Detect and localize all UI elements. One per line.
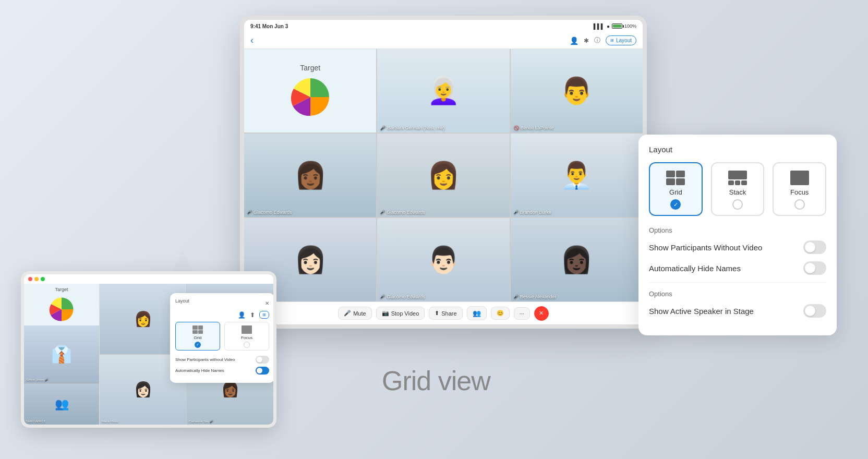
avatar-barbara: 👩‍🦳	[377, 49, 509, 132]
small-show-participants-toggle[interactable]	[256, 356, 269, 364]
small-modal-close[interactable]: ✕	[265, 300, 269, 306]
reactions-button[interactable]: 😊	[491, 307, 510, 320]
small-maria-name: Maria Rossi	[102, 420, 118, 423]
hide-names-label: Automatically Hide Names	[649, 264, 741, 273]
mic-icon-barbara: 🎤	[380, 126, 385, 130]
small-grid-option[interactable]: Grid	[175, 322, 220, 351]
avatar-brandon: 👨‍💼	[511, 134, 643, 217]
stack-thumb-2	[735, 180, 741, 185]
layout-icon: ⊞	[610, 38, 614, 43]
grid-label: Grid	[669, 188, 682, 196]
small-left-panel: Target 👔 Simon Jones 🎤	[24, 284, 100, 425]
share-button[interactable]: ⬆ Share	[429, 307, 462, 320]
small-grid-label: Grid	[194, 335, 201, 340]
focus-label: Focus	[790, 188, 809, 196]
info-icon[interactable]: ⓘ	[594, 36, 600, 45]
small-modal-person-icon[interactable]: 👤	[238, 311, 246, 319]
person-icon[interactable]: 👤	[570, 37, 578, 45]
status-bar: 9:41 Mon Jun 3 ▌▌▌ ● 100%	[244, 20, 643, 32]
back-button[interactable]: ‹	[250, 35, 254, 46]
active-speaker-toggle[interactable]	[803, 304, 826, 318]
avatar-benoit: 👨	[511, 49, 643, 132]
focus-radio	[794, 199, 805, 210]
avatar-giacomo1: 👩🏾	[244, 134, 376, 217]
active-speaker-label: Show Active Speaker in Stage	[649, 307, 754, 316]
mute-button[interactable]: 🎤 Mute	[338, 307, 371, 320]
small-layout-active-btn[interactable]: ⊞	[259, 311, 269, 319]
small-target-label: Target	[55, 287, 68, 292]
more-icon: ···	[520, 310, 524, 317]
avatar-giacomo2: 👩	[377, 134, 509, 217]
target-label: Target	[300, 64, 320, 72]
video-cell-bessie: 👩🏿 🎤 Bessie Alexander	[511, 218, 643, 301]
avatar-giacomo3: 👨🏻	[377, 218, 509, 301]
layout-panel: Layout Grid Stack	[638, 135, 837, 335]
small-status-bar	[24, 274, 273, 284]
small-layout-btn-icon: ⊞	[262, 312, 266, 317]
options-section-1: Options	[649, 226, 826, 234]
more-button[interactable]: ···	[514, 307, 530, 320]
small-layout-options: Grid Focus	[175, 322, 269, 351]
small-simon-mic: 🎤	[45, 378, 48, 381]
layout-option-focus[interactable]: Focus	[773, 162, 826, 216]
active-speaker-row: Show Active Speaker in Stage	[649, 304, 826, 318]
large-tablet-inner: 9:41 Mon Jun 3 ▌▌▌ ● 100% ‹ 👤 ✱ ⓘ ⊞ Layo…	[244, 20, 643, 324]
small-tablet-inner: Target 👔 Simon Jones 🎤	[24, 274, 273, 425]
name-bessie: 🎤 Bessie Alexander	[514, 294, 557, 299]
close-dot[interactable]	[28, 277, 32, 281]
mute-label: Mute	[353, 310, 366, 317]
grid-selected-check	[670, 199, 681, 210]
grid-layout-icon	[666, 171, 685, 185]
name-giacomo3: 🎤 Giacomo Edwards	[380, 294, 425, 299]
grid-cell-4	[676, 178, 685, 185]
video-cell-giacomo3: 👨🏻 🎤 Giacomo Edwards	[377, 218, 509, 301]
video-cell-1: Target	[244, 49, 376, 132]
name-barbara: 🎤 Barbara German (host, me)	[380, 125, 444, 130]
share-icon: ⬆	[435, 310, 439, 317]
end-call-icon: ✕	[539, 310, 544, 317]
small-grid-check	[195, 342, 201, 348]
small-show-participants-row: Show Participants without Video	[175, 356, 269, 364]
stack-label: Stack	[729, 188, 746, 196]
layout-button[interactable]: ⊞ Layout	[606, 35, 636, 45]
name-benoit: 🚫 Benoit LaPointe	[514, 125, 554, 130]
small-layout-modal-title: Layout	[175, 298, 189, 304]
show-participants-row: Show Participants Without Video	[649, 240, 826, 254]
nav-icons: 👤 ✱ ⓘ ⊞ Layout	[570, 35, 636, 45]
small-simon-cell: 👔 Simon Jones 🎤	[24, 325, 99, 383]
mic-muted-benoit: 🚫	[514, 126, 519, 130]
small-pie-chart	[49, 296, 75, 322]
name-brandon: 🎤 Brandon Burke	[514, 210, 551, 215]
small-catherine-mic: 🎤	[210, 420, 213, 423]
options-section-2: Options	[649, 290, 826, 298]
small-group-avatar: 👥	[24, 383, 99, 425]
small-simon-name: Simon Jones 🎤	[26, 378, 48, 381]
small-modal-share-icon[interactable]: ⬆	[250, 311, 255, 319]
small-focus-option[interactable]: Focus	[224, 322, 269, 351]
participants-button[interactable]: 👥	[467, 306, 487, 320]
end-call-button[interactable]: ✕	[534, 306, 549, 321]
minimize-dot[interactable]	[34, 277, 39, 281]
participants-icon: 👥	[473, 309, 481, 317]
bluetooth-icon[interactable]: ✱	[584, 37, 589, 44]
show-participants-toggle[interactable]	[803, 240, 826, 254]
small-hide-names-toggle[interactable]	[256, 367, 269, 375]
grid-cell-2	[676, 171, 685, 177]
mute-icon: 🎤	[344, 310, 351, 317]
layout-btn-label: Layout	[616, 38, 632, 43]
mic-icon-g2: 🎤	[380, 210, 385, 214]
stop-video-button[interactable]: 📷 Stop Video	[376, 307, 425, 320]
hide-names-toggle[interactable]	[803, 261, 826, 275]
small-focus-radio	[244, 342, 250, 348]
video-cell-brandon: 👨‍💼 🎤 Brandon Burke	[511, 134, 643, 217]
maximize-dot[interactable]	[41, 277, 45, 281]
layout-option-stack[interactable]: Stack	[711, 162, 765, 216]
stack-radio	[732, 199, 743, 210]
grid-cell-3	[666, 178, 675, 185]
name-giacomo1: 🎤 Giacomo Edwards	[247, 210, 292, 215]
layout-option-grid[interactable]: Grid	[649, 162, 703, 216]
mic-icon-bessie: 🎤	[514, 295, 519, 299]
mic-icon-brandon: 🎤	[514, 210, 519, 214]
small-hide-names-label: Automatically Hide Names	[175, 368, 224, 373]
small-modal-icons: 👤 ⬆ ⊞	[175, 311, 269, 319]
